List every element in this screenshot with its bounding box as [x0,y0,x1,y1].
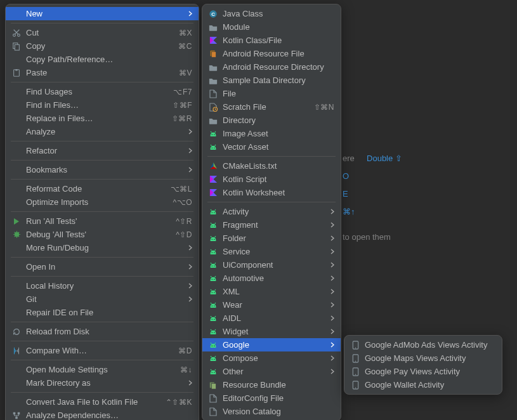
menu-item-mark-dir[interactable]: Mark Directory as [6,376,199,390]
menu-item-git[interactable]: Git [6,292,199,306]
folder-gray-icon [207,23,219,31]
file-icon [207,407,219,416]
menu-item-analyze[interactable]: Analyze [6,125,199,138]
menu-item-label: Folder [223,233,324,243]
menu-item-file[interactable]: File [202,87,341,100]
menu-item-google[interactable]: Google [202,338,341,351]
menu-item-analyze-deps[interactable]: Analyze Dependencies… [6,409,199,420]
menu-item-fragment[interactable]: Fragment [202,218,341,232]
svg-point-22 [214,225,215,226]
menu-item-scratch[interactable]: Scratch File⇧⌘N [202,100,341,114]
menu-item-compose[interactable]: Compose [202,351,341,365]
menu-item-other[interactable]: Other [202,365,341,378]
separator [11,179,193,180]
menu-item-repair-ide[interactable]: Repair IDE on File [6,306,199,319]
menu-item-label: Module [223,22,334,32]
svg-point-19 [211,212,213,213]
shortcut: ⇧⌘R [172,114,192,123]
menu-item-widget[interactable]: Widget [202,325,341,338]
menu-item-run[interactable]: Run 'All Tests'^⇧R [6,214,199,228]
menu-item-label: Service [223,247,324,256]
menu-item-more-run[interactable]: More Run/Debug [6,241,199,254]
menu-item-vector-asset[interactable]: Vector Asset [202,140,341,154]
menu-item-compare[interactable]: Compare With…⌘D [6,344,199,357]
menu-item-new[interactable]: New [6,7,199,20]
menu-item-admob[interactable]: Google AdMob Ads Views Activity [344,338,502,351]
android-icon [207,368,219,376]
svg-rect-13 [211,51,216,57]
menu-item-kotlin-script[interactable]: Kotlin Script [202,173,341,186]
menu-item-folder-sub[interactable]: Folder [202,232,341,245]
svg-point-20 [214,212,215,213]
menu-item-service[interactable]: Service [202,245,341,258]
menu-item-open-module[interactable]: Open Module Settings⌘↓ [6,363,199,376]
menu-item-directory[interactable]: Directory [202,114,341,127]
menu-item-label: Kotlin Worksheet [223,188,334,197]
menu-item-find-usages[interactable]: Find Usages⌥F7 [6,85,199,98]
menu-item-reload[interactable]: Reload from Disk [6,325,199,338]
menu-item-cmake[interactable]: CMakeLists.txt [202,159,341,173]
menu-item-label: Google [223,340,324,350]
menu-item-reformat[interactable]: Reformat Code⌥⌘L [6,182,199,195]
submenu-arrow-icon [330,275,334,281]
menu-item-module[interactable]: Module [202,20,341,34]
menu-item-automotive[interactable]: Automotive [202,272,341,285]
compare-icon [11,346,22,355]
menu-item-copy[interactable]: Copy⌘C [6,39,199,53]
folder-gray-icon [207,77,219,84]
submenu-arrow-icon [330,249,334,254]
hint-cmd-up[interactable]: ⌘↑ [343,203,355,221]
menu-item-label: AIDL [223,313,324,323]
shortcut: ⌥F7 [173,88,192,96]
menu-item-label: Local History [26,281,182,291]
android-icon [207,143,219,151]
separator [11,141,193,141]
menu-item-image-asset[interactable]: Image Asset [202,127,341,140]
menu-item-label: Android Resource Directory [223,62,334,72]
menu-item-label: Open In [26,262,182,272]
menu-item-android-res-dir[interactable]: Android Resource Directory [202,60,341,74]
submenu-arrow-icon [188,148,192,154]
menu-item-wear[interactable]: Wear [202,298,341,312]
menu-item-label: Google Pay Views Activity [365,367,495,376]
menu-item-copy-path[interactable]: Copy Path/Reference… [6,53,199,66]
android-icon [207,341,219,349]
menu-item-bookmarks[interactable]: Bookmarks [6,163,199,176]
menu-item-kotlin-worksheet[interactable]: Kotlin Worksheet [202,186,341,199]
menu-item-convert-kotlin[interactable]: Convert Java File to Kotlin File⌃⇧⌘K [6,395,199,409]
menu-item-sample-data[interactable]: Sample Data Directory [202,74,341,87]
menu-item-kotlin-class[interactable]: Kotlin Class/File [202,34,341,47]
menu-item-local-history[interactable]: Local History [6,279,199,292]
file-icon [207,394,219,403]
menu-item-label: Copy [26,41,172,51]
menu-item-label: Scratch File [223,102,308,112]
menu-item-cut[interactable]: Cut⌘X [6,26,199,39]
submenu-arrow-icon [188,167,192,173]
menu-item-replace-in-files[interactable]: Replace in Files…⇧⌘R [6,112,199,125]
menu-item-version-catalog[interactable]: Version Catalog [202,405,341,418]
folder-gray-icon [207,63,219,71]
search-everywhere-link[interactable]: Double ⇧ [367,150,402,167]
menu-item-wallet[interactable]: Google Wallet Activity [344,378,502,391]
svg-point-1 [18,34,20,36]
menu-item-maps[interactable]: Google Maps Views Activity [344,351,502,365]
menu-item-optimize-imports[interactable]: Optimize Imports^⌥O [6,195,199,209]
menu-item-open-in[interactable]: Open In [6,260,199,273]
shortcut: ⌘X [179,29,192,37]
menu-item-editorconfig[interactable]: EditorConfig File [202,391,341,405]
menu-item-aidl[interactable]: AIDL [202,312,341,325]
menu-item-java-class[interactable]: CJava Class [202,7,341,20]
menu-item-uicomponent[interactable]: UiComponent [202,258,341,272]
new-submenu: CJava ClassModuleKotlin Class/FileAndroi… [202,4,341,420]
menu-item-resource-bundle[interactable]: Resource Bundle [202,378,341,391]
menu-item-activity[interactable]: Activity [202,205,341,218]
menu-item-paste[interactable]: Paste⌘V [6,66,199,79]
menu-item-find-in-files[interactable]: Find in Files…⇧⌘F [6,98,199,112]
android-icon [207,248,219,256]
menu-item-pay[interactable]: Google Pay Views Activity [344,365,502,378]
menu-item-refactor[interactable]: Refactor [6,144,199,157]
submenu-arrow-icon [188,264,192,270]
menu-item-debug[interactable]: Debug 'All Tests'^⇧D [6,228,199,241]
menu-item-android-res-file[interactable]: Android Resource File [202,47,341,60]
menu-item-xml[interactable]: XML [202,285,341,298]
